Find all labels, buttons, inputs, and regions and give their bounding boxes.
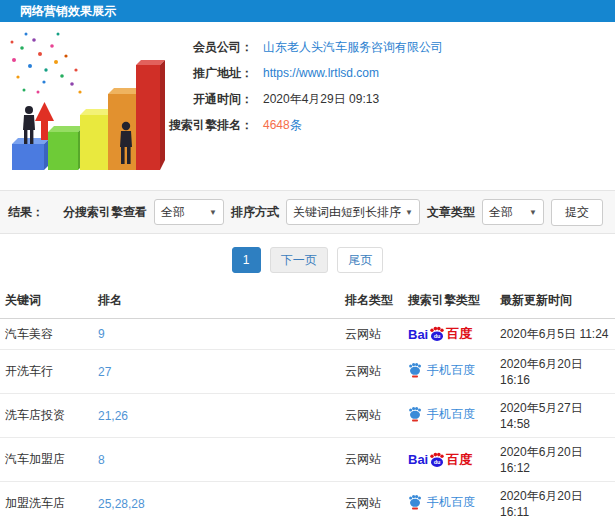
baidu-logo-bai-text: Bai: [408, 327, 428, 342]
engine-filter-label: 分搜索引擎查看: [63, 204, 147, 221]
rank-link[interactable]: 21,26: [98, 409, 128, 423]
sort-order-value: 关键词由短到长排序: [293, 204, 401, 221]
table-row: 加盟洗车店 25,28,28 云网站 Bai du 百度: [0, 482, 615, 520]
rank-type-cell: 云网站: [340, 482, 403, 520]
engine-cell: Bai du 百度: [403, 482, 495, 520]
engine-filter-select[interactable]: 全部 ▼: [154, 199, 224, 225]
rank-cell: 27: [93, 350, 340, 394]
table-row: 汽车美容 9 云网站 Bai du 百度: [0, 319, 615, 350]
table-row: 洗车店投资 21,26 云网站 Bai du 百度: [0, 394, 615, 438]
rank-type-cell: 云网站: [340, 350, 403, 394]
page-button-current[interactable]: 1: [232, 247, 261, 273]
mobile-baidu-paw-icon: [408, 406, 422, 422]
table-header-row: 关键词 排名 排名类型 搜索引擎类型 最新更新时间: [0, 283, 615, 319]
rank-count-value: 4648条: [263, 116, 302, 134]
company-label: 会员公司：: [165, 38, 253, 56]
chevron-down-icon: ▼: [209, 208, 217, 217]
company-name-link[interactable]: 山东老人头汽车服务咨询有限公司: [263, 38, 443, 56]
baidu-paw-icon: du: [429, 452, 445, 468]
updated-cell: 2020年6月20日 16:11: [495, 482, 615, 520]
header-rank-type: 排名类型: [340, 283, 403, 319]
engine-filter-value: 全部: [161, 204, 185, 221]
mobile-baidu-paw-icon: [408, 362, 422, 378]
chevron-down-icon: ▼: [405, 208, 413, 217]
baidu-pc-logo: Bai du 百度: [408, 325, 472, 343]
growth-bar-chart-illustration: [0, 22, 165, 182]
sort-order-label: 排序方式: [231, 204, 279, 221]
updated-cell: 2020年6月5日 11:24: [495, 319, 615, 350]
rank-cell: 9: [93, 319, 340, 350]
engine-cell: Bai du 百度: [403, 350, 495, 394]
open-time-value: 2020年4月29日 09:13: [263, 90, 379, 108]
promo-url-link[interactable]: https://www.lrtlsd.com: [263, 64, 379, 82]
updated-cell: 2020年6月20日 16:12: [495, 438, 615, 482]
info-row-rank-count: 搜索引擎排名： 4648条: [165, 116, 615, 134]
filter-controls: 分搜索引擎查看 全部 ▼ 排序方式 关键词由短到长排序 ▼ 文章类型 全部 ▼ …: [63, 199, 603, 226]
bar-red: [136, 60, 165, 170]
header-engine-type: 搜索引擎类型: [403, 283, 495, 319]
baidu-mobile-logo: 手机百度: [408, 406, 475, 423]
page-title: 网络营销效果展示: [0, 0, 615, 22]
rank-type-cell: 云网站: [340, 438, 403, 482]
last-page-button[interactable]: 尾页: [337, 247, 383, 273]
pagination: 1 下一页 尾页: [0, 247, 615, 273]
mobile-baidu-label: 手机百度: [427, 362, 475, 379]
rank-count-label: 搜索引擎排名：: [165, 116, 253, 134]
info-row-company: 会员公司： 山东老人头汽车服务咨询有限公司: [165, 38, 615, 56]
rank-link[interactable]: 25,28,28: [98, 497, 145, 511]
chevron-down-icon: ▼: [529, 208, 537, 217]
bar-green: [48, 126, 84, 170]
open-time-label: 开通时间：: [165, 90, 253, 108]
table-row: 开洗车行 27 云网站 Bai du 百度: [0, 350, 615, 394]
baidu-pc-logo: Bai du 百度: [408, 451, 472, 469]
sort-order-select[interactable]: 关键词由短到长排序 ▼: [286, 199, 420, 225]
filter-bar: 结果： 分搜索引擎查看 全部 ▼ 排序方式 关键词由短到长排序 ▼ 文章类型 全…: [0, 190, 615, 234]
company-info: 会员公司： 山东老人头汽车服务咨询有限公司 推广地址： https://www.…: [165, 22, 615, 190]
keyword-cell: 汽车加盟店: [0, 438, 93, 482]
mobile-baidu-label: 手机百度: [427, 406, 475, 423]
engine-cell: Bai du 百度: [403, 394, 495, 438]
keyword-cell: 洗车店投资: [0, 394, 93, 438]
mobile-baidu-label: 手机百度: [427, 494, 475, 511]
engine-cell: Bai du 百度: [403, 319, 495, 350]
article-type-label: 文章类型: [427, 204, 475, 221]
article-type-value: 全部: [489, 204, 513, 221]
baidu-logo-cn-text: 百度: [446, 451, 472, 469]
rank-cell: 21,26: [93, 394, 340, 438]
info-row-url: 推广地址： https://www.lrtlsd.com: [165, 64, 615, 82]
rank-link[interactable]: 27: [98, 365, 111, 379]
rank-count-number: 4648: [263, 118, 290, 132]
rank-link[interactable]: 9: [98, 327, 105, 341]
article-type-select[interactable]: 全部 ▼: [482, 199, 544, 225]
rank-count-unit: 条: [290, 118, 302, 132]
keyword-cell: 汽车美容: [0, 319, 93, 350]
baidu-logo-cn-text: 百度: [446, 325, 472, 343]
header-rank: 排名: [93, 283, 340, 319]
rank-type-cell: 云网站: [340, 319, 403, 350]
baidu-mobile-logo: 手机百度: [408, 494, 475, 511]
rank-cell: 8: [93, 438, 340, 482]
submit-button[interactable]: 提交: [551, 199, 603, 226]
result-label: 结果：: [8, 204, 44, 221]
info-row-opened: 开通时间： 2020年4月29日 09:13: [165, 90, 615, 108]
confetti-dots: [11, 33, 82, 94]
keyword-cell: 加盟洗车店: [0, 482, 93, 520]
updated-cell: 2020年5月27日 14:58: [495, 394, 615, 438]
company-summary-section: 会员公司： 山东老人头汽车服务咨询有限公司 推广地址： https://www.…: [0, 22, 615, 190]
rank-type-cell: 云网站: [340, 394, 403, 438]
engine-cell: Bai du 百度: [403, 438, 495, 482]
rank-cell: 25,28,28: [93, 482, 340, 520]
rank-link[interactable]: 8: [98, 453, 105, 467]
svg-text:du: du: [434, 333, 441, 339]
next-page-button[interactable]: 下一页: [270, 247, 328, 273]
baidu-mobile-logo: 手机百度: [408, 362, 475, 379]
keyword-cell: 开洗车行: [0, 350, 93, 394]
baidu-paw-icon: du: [429, 326, 445, 342]
mobile-baidu-paw-icon: [408, 494, 422, 510]
updated-cell: 2020年6月20日 16:16: [495, 350, 615, 394]
table-row: 汽车加盟店 8 云网站 Bai du 百度: [0, 438, 615, 482]
header-keyword: 关键词: [0, 283, 93, 319]
svg-text:du: du: [434, 459, 441, 465]
ranking-table: 关键词 排名 排名类型 搜索引擎类型 最新更新时间 汽车美容 9 云网站 Bai…: [0, 283, 615, 520]
baidu-logo-bai-text: Bai: [408, 452, 428, 467]
